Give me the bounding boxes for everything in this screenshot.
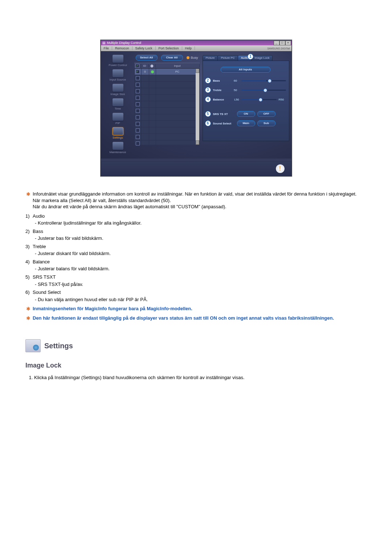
scroll-down-icon[interactable] (196, 140, 199, 145)
row-checkbox[interactable] (136, 128, 140, 132)
sidebar-item-power-control[interactable]: Power Control (103, 55, 133, 69)
row-checkbox[interactable] (136, 115, 140, 119)
scrollbar[interactable] (196, 69, 199, 145)
sidebar-item-input-source[interactable]: Input Source (103, 69, 133, 83)
table-row[interactable] (135, 95, 199, 101)
grid-header: ID ⬤ Input (134, 63, 200, 69)
slider-bass: 2 Bass 60 (205, 78, 286, 83)
row-checkbox[interactable] (136, 96, 140, 100)
table-row[interactable] (135, 114, 199, 121)
list-item: 2) Bass - Justerar bas för vald bildskär… (25, 228, 367, 242)
col-status: ⬤ (149, 64, 156, 67)
option-srs-tsxt: 5 SRS TS XT ON OFF (205, 111, 286, 117)
slider-handle-icon[interactable] (264, 89, 267, 92)
srs-on-button[interactable]: ON (237, 111, 255, 117)
header-checkbox-icon[interactable] (135, 64, 139, 68)
slider-handle-icon[interactable] (259, 98, 262, 102)
input-source-icon (113, 69, 123, 77)
slider-handle-icon[interactable] (268, 79, 271, 83)
sidebar-item-maintenance[interactable]: Maintenance (103, 142, 133, 156)
step-item: Klicka på Inställningar (Settings) bland… (34, 374, 367, 381)
row-checkbox[interactable] (136, 70, 140, 74)
sidebar-item-settings[interactable]: Settings (103, 127, 133, 141)
settings-section-icon (25, 339, 41, 352)
note-availability: Den här funktionen är endast tillgänglig… (25, 315, 367, 321)
scroll-up-icon[interactable] (196, 69, 199, 73)
callout-6: 6 (205, 120, 211, 126)
maximize-button[interactable]: □ (279, 41, 285, 45)
app-title: Multiple Display Control (107, 41, 142, 45)
callout-4: 4 (205, 97, 211, 102)
menu-help[interactable]: Help (182, 46, 195, 50)
row-checkbox[interactable] (136, 109, 140, 113)
pip-icon (113, 113, 123, 121)
callout-2: 2 (205, 78, 211, 83)
table-row[interactable] (135, 140, 199, 147)
tab-picture-pc[interactable]: Picture PC (217, 55, 238, 61)
subheading: Image Lock (25, 361, 367, 370)
table-row[interactable] (135, 127, 199, 134)
settings-tabs: Picture Picture PC Audio 1 Image Lock (203, 55, 289, 61)
menu-port-selection[interactable]: Port Selection (156, 46, 182, 50)
brand-label: SAMSUNG DIGITall (267, 47, 290, 50)
table-row[interactable] (135, 75, 199, 82)
tab-picture[interactable]: Picture (203, 55, 218, 61)
image-size-icon (113, 84, 123, 92)
callout-1: 1 (248, 54, 253, 59)
sound-main-button[interactable]: Main (237, 120, 255, 126)
document-body: Inforutnätet visar grundläggande informa… (25, 191, 367, 381)
row-checkbox[interactable] (136, 76, 140, 80)
col-input: Input (156, 64, 200, 67)
table-row[interactable] (135, 108, 199, 114)
list-item: 6) Sound Select - Du kan välja antingen … (25, 289, 367, 303)
row-checkbox[interactable] (136, 102, 140, 106)
table-row[interactable] (135, 101, 199, 108)
row-checkbox[interactable] (136, 89, 140, 93)
grid-body: 0 PC (134, 69, 200, 145)
list-item: 1) Audio - Kontrollerar ljudinställninga… (25, 213, 367, 226)
col-id: ID (141, 64, 149, 67)
maintenance-icon (113, 142, 123, 150)
row-checkbox[interactable] (136, 83, 140, 87)
srs-off-button[interactable]: OFF (257, 111, 275, 117)
menu-remocon[interactable]: Remocon (112, 46, 132, 50)
clear-all-button[interactable]: Clear All (161, 55, 183, 61)
menu-file[interactable]: File (101, 46, 113, 50)
alert-icon[interactable]: ! (276, 164, 285, 173)
sidebar-item-pip[interactable]: PIP (103, 113, 133, 127)
sidebar-item-image-size[interactable]: Image Size (103, 84, 133, 98)
note-magicinfo: Inmatningsenheten för MagicInfo fungerar… (25, 305, 367, 312)
tab-image-lock[interactable]: Image Lock (251, 55, 273, 61)
window-buttons: _ □ × (274, 41, 291, 45)
table-row[interactable] (135, 82, 199, 88)
table-row[interactable]: 0 PC (135, 69, 199, 75)
status-dot-icon (151, 70, 154, 73)
time-icon (113, 98, 123, 106)
sidebar: Power Control Input Source Image Size Ti… (103, 55, 133, 156)
table-row[interactable] (135, 88, 199, 95)
app-icon: ▤ (102, 41, 106, 45)
select-all-button[interactable]: Select All (136, 55, 158, 61)
balance-slider[interactable] (241, 99, 277, 100)
menu-safety-lock[interactable]: Safety Lock (132, 46, 156, 50)
close-button[interactable]: × (285, 41, 291, 45)
note-intro: Inforutnätet visar grundläggande informa… (25, 191, 367, 210)
table-row[interactable] (135, 134, 199, 140)
row-checkbox[interactable] (136, 141, 140, 145)
sound-sub-button[interactable]: Sub (257, 120, 275, 126)
list-item: 4) Balance - Justerar balans för vald bi… (25, 259, 367, 272)
sidebar-item-time[interactable]: Time (103, 98, 133, 112)
minimize-button[interactable]: _ (274, 41, 279, 45)
tab-audio[interactable]: Audio 1 (238, 55, 252, 61)
power-icon (113, 55, 123, 63)
titlebar: ▤ Multiple Display Control _ □ × (101, 40, 291, 45)
row-checkbox[interactable] (136, 122, 140, 126)
status-bar: ! (101, 161, 291, 176)
table-row[interactable] (135, 121, 199, 127)
settings-panel: Picture Picture PC Audio 1 Image Lock Al… (201, 55, 289, 156)
treble-slider[interactable] (241, 90, 286, 91)
all-inputs-button[interactable]: All Inputs (221, 67, 270, 73)
list-item: 3) Treble - Justerar diskant för vald bi… (25, 243, 367, 257)
bass-slider[interactable] (241, 80, 286, 81)
row-checkbox[interactable] (136, 135, 140, 139)
